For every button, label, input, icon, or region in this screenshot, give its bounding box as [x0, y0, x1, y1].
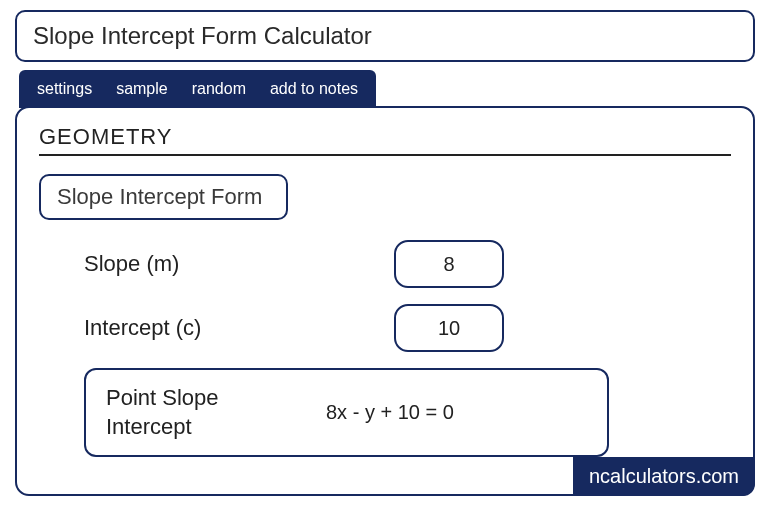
intercept-input[interactable]	[394, 304, 504, 352]
tab-add-to-notes[interactable]: add to notes	[270, 80, 358, 98]
tab-settings[interactable]: settings	[37, 80, 92, 98]
tab-sample[interactable]: sample	[116, 80, 168, 98]
slope-row: Slope (m)	[84, 240, 731, 288]
result-box: Point Slope Intercept 8x - y + 10 = 0	[84, 368, 609, 457]
tab-random[interactable]: random	[192, 80, 246, 98]
result-value: 8x - y + 10 = 0	[326, 401, 454, 424]
slope-input[interactable]	[394, 240, 504, 288]
intercept-label: Intercept (c)	[84, 315, 394, 341]
result-label: Point Slope Intercept	[106, 384, 306, 441]
intercept-row: Intercept (c)	[84, 304, 731, 352]
slope-label: Slope (m)	[84, 251, 394, 277]
tab-bar: settings sample random add to notes	[19, 70, 376, 108]
section-heading: GEOMETRY	[39, 124, 731, 156]
form-heading: Slope Intercept Form	[39, 174, 288, 220]
page-title: Slope Intercept Form Calculator	[15, 10, 755, 62]
main-panel: GEOMETRY Slope Intercept Form Slope (m) …	[15, 106, 755, 496]
brand-badge: ncalculators.com	[573, 457, 755, 496]
